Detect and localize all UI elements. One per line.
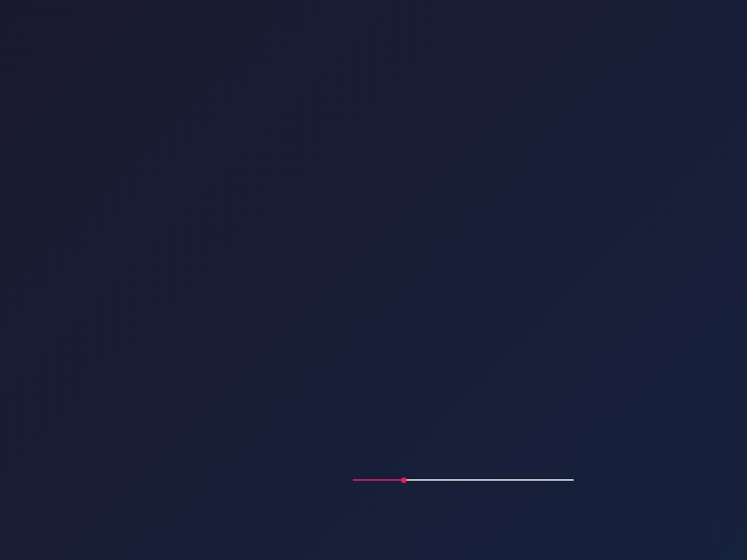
progress-handle[interactable] bbox=[401, 477, 407, 483]
main-content: Capture Your Creativity Explore the newe… bbox=[198, 95, 637, 465]
progress-track[interactable] bbox=[353, 479, 573, 481]
trending-grid: 1 ▲ Selena Gomez - Rare (Official Music … bbox=[210, 434, 626, 465]
progress-fill bbox=[353, 479, 404, 481]
trending-section: Trending View All 1 ▲ Selena Gomez - Rar… bbox=[210, 420, 626, 465]
